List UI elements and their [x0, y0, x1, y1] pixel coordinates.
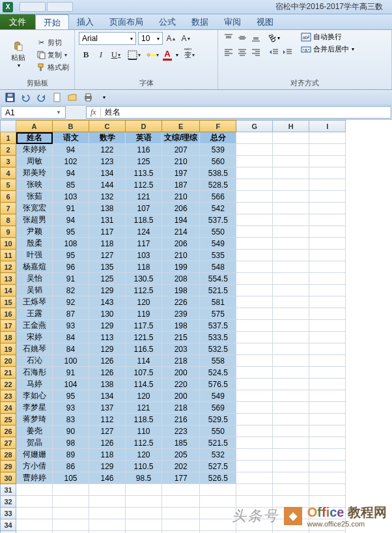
cell[interactable]: [126, 531, 162, 534]
cell[interactable]: 91: [53, 203, 89, 214]
cell[interactable]: 549: [200, 238, 236, 250]
formula-input[interactable]: 姓名: [101, 107, 391, 118]
cell[interactable]: [309, 132, 346, 144]
column-header[interactable]: C: [89, 121, 126, 132]
cell[interactable]: [273, 414, 309, 425]
cell[interactable]: 王露: [16, 308, 53, 320]
cell[interactable]: 张茹: [16, 191, 53, 203]
cell[interactable]: 113: [89, 332, 126, 343]
row-header[interactable]: 30: [1, 472, 16, 484]
row-header[interactable]: 15: [1, 296, 16, 308]
cell[interactable]: 119: [126, 308, 162, 320]
column-header[interactable]: D: [126, 121, 162, 132]
cell[interactable]: 84: [53, 343, 89, 355]
row-header[interactable]: 3: [1, 156, 16, 167]
cell[interactable]: [16, 496, 53, 508]
new-button[interactable]: [51, 92, 63, 104]
cell[interactable]: 216: [162, 414, 200, 425]
cell[interactable]: 郑美玲: [16, 167, 53, 179]
cell[interactable]: 134: [89, 390, 126, 402]
cell[interactable]: [309, 355, 346, 367]
cell[interactable]: 521.5: [200, 437, 236, 449]
cell[interactable]: [236, 449, 273, 461]
cell[interactable]: [309, 261, 346, 273]
cell[interactable]: [309, 214, 346, 226]
row-header[interactable]: 34: [1, 519, 16, 531]
cell[interactable]: 94: [53, 144, 89, 156]
cell[interactable]: [309, 273, 346, 285]
cell[interactable]: 114.5: [126, 379, 162, 390]
cell[interactable]: 550: [200, 226, 236, 238]
cell[interactable]: 208: [162, 273, 200, 285]
cell[interactable]: [273, 191, 309, 203]
cell[interactable]: 210: [162, 191, 200, 203]
cell[interactable]: [236, 390, 273, 402]
row-header[interactable]: 27: [1, 437, 16, 449]
cell[interactable]: [309, 320, 346, 332]
decrease-indent-button[interactable]: [268, 46, 281, 58]
row-header[interactable]: 14: [1, 285, 16, 296]
cell[interactable]: 132: [89, 191, 126, 203]
cell[interactable]: 马婷: [16, 379, 53, 390]
italic-button[interactable]: I: [94, 48, 108, 62]
cell[interactable]: [309, 226, 346, 238]
cell[interactable]: [236, 379, 273, 390]
cell[interactable]: 533.5: [200, 332, 236, 343]
cell[interactable]: 144: [89, 179, 126, 191]
cell[interactable]: [126, 496, 162, 508]
cell[interactable]: [309, 203, 346, 214]
cell[interactable]: [273, 379, 309, 390]
cell[interactable]: [89, 484, 126, 496]
cell[interactable]: 537.5: [200, 320, 236, 332]
file-tab[interactable]: 文件: [0, 14, 35, 29]
cell[interactable]: [309, 144, 346, 156]
row-header[interactable]: 26: [1, 425, 16, 437]
cell[interactable]: [273, 144, 309, 156]
cell[interactable]: 548: [200, 261, 236, 273]
cell[interactable]: [236, 273, 273, 285]
row-header[interactable]: 7: [1, 203, 16, 214]
cell[interactable]: 118: [89, 238, 126, 250]
cell[interactable]: 98: [53, 437, 89, 449]
cell[interactable]: 尹颖: [16, 226, 53, 238]
cell[interactable]: 吴怡: [16, 273, 53, 285]
cell[interactable]: [309, 167, 346, 179]
cell[interactable]: 102: [53, 156, 89, 167]
cut-button[interactable]: ✂ 剪切: [35, 37, 70, 48]
name-box[interactable]: A1 ▼: [1, 106, 66, 119]
cell[interactable]: 85: [53, 179, 89, 191]
cell[interactable]: [236, 261, 273, 273]
cell[interactable]: [236, 191, 273, 203]
cell[interactable]: 91: [53, 273, 89, 285]
cell[interactable]: [273, 320, 309, 332]
cell[interactable]: 118.5: [126, 414, 162, 425]
cell[interactable]: [89, 508, 126, 519]
cell[interactable]: 223: [162, 425, 200, 437]
cell[interactable]: [273, 355, 309, 367]
undo-button[interactable]: [20, 92, 31, 104]
cell[interactable]: 120: [126, 390, 162, 402]
cell[interactable]: 197: [162, 167, 200, 179]
cell[interactable]: 107.5: [126, 367, 162, 379]
cell[interactable]: 538.5: [200, 167, 236, 179]
cell[interactable]: 112: [89, 414, 126, 425]
cell[interactable]: 569: [200, 402, 236, 414]
cell[interactable]: 549: [200, 390, 236, 402]
cell[interactable]: [309, 531, 346, 534]
cell[interactable]: 123: [89, 156, 126, 167]
cell[interactable]: 姜尧: [16, 425, 53, 437]
cell[interactable]: 226: [162, 296, 200, 308]
cell[interactable]: 125: [89, 273, 126, 285]
cell[interactable]: 95: [53, 390, 89, 402]
cell[interactable]: 129: [89, 461, 126, 472]
cell[interactable]: [236, 226, 273, 238]
cell[interactable]: [309, 332, 346, 343]
cell[interactable]: [236, 531, 273, 534]
formula-bar[interactable]: fx 姓名: [86, 106, 391, 119]
increase-font-size-button[interactable]: A▲: [165, 32, 178, 45]
merge-center-button[interactable]: a 合并后居中 ▾: [301, 44, 354, 54]
cell[interactable]: [273, 425, 309, 437]
cell[interactable]: [16, 519, 53, 531]
cell[interactable]: [200, 496, 236, 508]
row-header[interactable]: 24: [1, 402, 16, 414]
